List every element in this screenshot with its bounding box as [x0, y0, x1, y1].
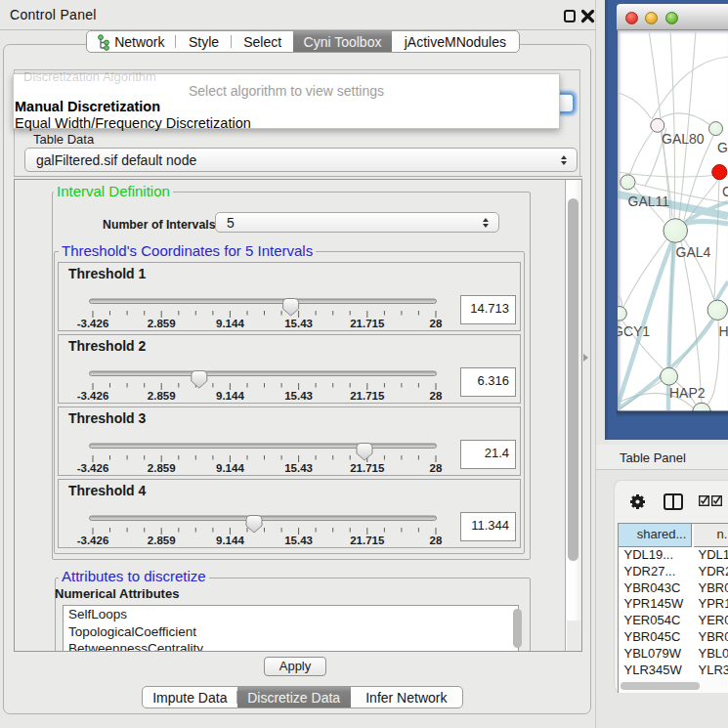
svg-text:H: H [719, 323, 728, 339]
svg-text:GAL4: GAL4 [676, 244, 711, 260]
svg-text:GAL80: GAL80 [662, 131, 705, 147]
svg-text:HAP2: HAP2 [669, 385, 706, 401]
svg-text:GAL11: GAL11 [628, 193, 670, 209]
svg-text:C: C [722, 184, 728, 199]
svg-text:GA: GA [717, 140, 728, 155]
svg-text:GCY1: GCY1 [618, 323, 650, 339]
